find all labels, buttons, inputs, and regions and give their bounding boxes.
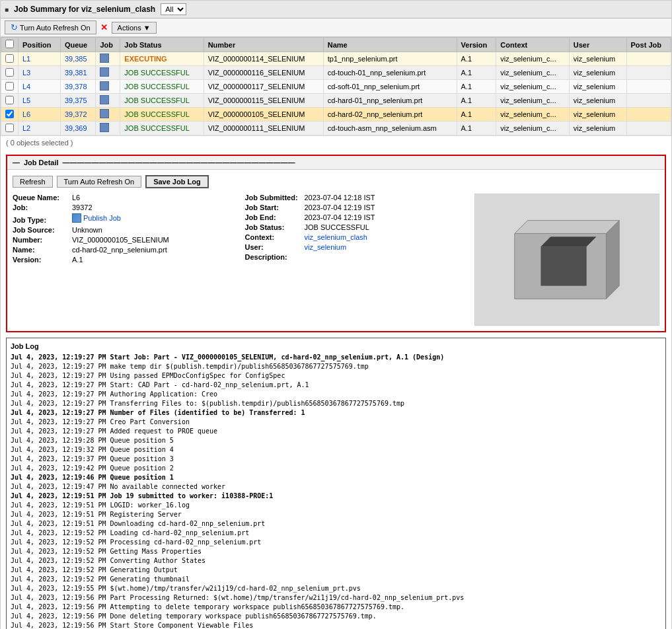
refresh-button[interactable]: ↻ Turn Auto Refresh On bbox=[5, 20, 96, 34]
job-type-icon bbox=[100, 123, 109, 132]
table-row[interactable]: L2 39,369 JOB SUCCESSFUL VIZ_0000000111_… bbox=[1, 122, 671, 135]
header-bar: ■ Job Summary for viz_selenium_clash All bbox=[1, 1, 671, 18]
log-line: Jul 4, 2023, 12:19:42 PM Queue position … bbox=[11, 464, 661, 473]
row-postjob bbox=[626, 94, 671, 108]
save-job-log-button[interactable]: Save Job Log bbox=[145, 175, 209, 188]
row-checkbox[interactable] bbox=[5, 54, 14, 63]
row-status: EXECUTING bbox=[120, 52, 204, 66]
row-checkbox[interactable] bbox=[5, 96, 14, 104]
row-name: cd-touch-asm_nnp_selenium.asm bbox=[323, 122, 457, 135]
name-value: cd-hard-02_nnp_selenium.prt bbox=[72, 246, 167, 254]
log-line: Jul 4, 2023, 12:19:52 PM Getting Mass Pr… bbox=[11, 547, 661, 556]
log-line: Jul 4, 2023, 12:19:52 PM Loading cd-hard… bbox=[11, 529, 661, 538]
th-queue: Queue bbox=[60, 38, 96, 52]
job-thumbnail bbox=[474, 194, 659, 326]
user-value[interactable]: viz_selenium bbox=[305, 243, 347, 251]
main-container: ■ Job Summary for viz_selenium_clash All… bbox=[0, 0, 672, 629]
row-queue: 39,385 bbox=[60, 52, 96, 66]
svg-marker-2 bbox=[515, 221, 619, 234]
row-position: L2 bbox=[19, 122, 61, 135]
log-line: Jul 4, 2023, 12:19:46 PM Queue position … bbox=[11, 473, 661, 482]
row-checkbox[interactable] bbox=[5, 82, 14, 91]
number-value: VIZ_0000000105_SELENIUM bbox=[72, 236, 169, 244]
context-value[interactable]: viz_selenium_clash bbox=[305, 233, 367, 241]
log-line: Jul 4, 2023, 12:19:56 PM Attempting to d… bbox=[11, 603, 661, 612]
submitted-value: 2023-07-04 12:18 IST bbox=[305, 194, 375, 202]
field-context: Context: viz_selenium_clash bbox=[245, 233, 465, 241]
table-row[interactable]: L4 39,378 JOB SUCCESSFUL VIZ_0000000117_… bbox=[1, 80, 671, 94]
row-status: JOB SUCCESSFUL bbox=[120, 94, 204, 108]
row-queue: 39,375 bbox=[60, 94, 96, 108]
table-row[interactable]: L1 39,385 EXECUTING VIZ_0000000114_SELEN… bbox=[1, 52, 671, 66]
filter-dropdown[interactable]: All bbox=[161, 3, 186, 15]
select-all-checkbox[interactable] bbox=[5, 40, 14, 48]
log-line: Jul 4, 2023, 12:19:56 PM Start Store Com… bbox=[11, 621, 661, 629]
row-queue: 39,369 bbox=[60, 122, 96, 135]
field-submitted: Job Submitted: 2023-07-04 12:18 IST bbox=[245, 194, 465, 202]
row-job-icon-cell bbox=[96, 122, 120, 135]
row-checkbox-cell[interactable] bbox=[1, 122, 19, 135]
row-user: viz_selenium bbox=[569, 122, 626, 135]
publish-job-icon bbox=[72, 213, 81, 223]
actions-button[interactable]: Actions ▼ bbox=[112, 22, 157, 34]
log-line: Jul 4, 2023, 12:19:56 PM Part Processing… bbox=[11, 593, 661, 603]
row-checkbox-cell[interactable] bbox=[1, 94, 19, 108]
table-row[interactable]: L5 39,375 JOB SUCCESSFUL VIZ_0000000115_… bbox=[1, 94, 671, 108]
row-checkbox[interactable] bbox=[5, 68, 14, 77]
description-label: Description: bbox=[245, 253, 305, 261]
context-label: Context: bbox=[245, 233, 305, 241]
row-checkbox-cell[interactable] bbox=[1, 80, 19, 94]
table-row[interactable]: L3 39,381 JOB SUCCESSFUL VIZ_0000000116_… bbox=[1, 66, 671, 80]
log-line: Jul 4, 2023, 12:19:27 PM Creo Part Conve… bbox=[11, 418, 661, 427]
row-checkbox-cell[interactable] bbox=[1, 66, 19, 80]
job-table: Position Queue Job Job Status Number Nam… bbox=[1, 37, 671, 135]
th-user: User bbox=[569, 38, 626, 52]
row-number: VIZ_0000000116_SELENIUM bbox=[204, 66, 323, 80]
log-line: Jul 4, 2023, 12:19:51 PM Job 19 submitte… bbox=[11, 492, 661, 501]
field-version: Version: A.1 bbox=[13, 256, 232, 264]
detail-refresh-button[interactable]: Refresh bbox=[13, 176, 53, 188]
field-job-source: Job Source: Unknown bbox=[13, 226, 232, 234]
row-checkbox[interactable] bbox=[5, 110, 14, 118]
row-job-icon-cell bbox=[96, 52, 120, 66]
job-detail-body: Refresh Turn Auto Refresh On Save Job Lo… bbox=[7, 170, 665, 331]
version-label: Version: bbox=[13, 256, 72, 264]
row-number: VIZ_0000000111_SELENIUM bbox=[204, 122, 323, 135]
row-checkbox-cell[interactable] bbox=[1, 108, 19, 122]
log-line: Jul 4, 2023, 12:19:27 PM Added request t… bbox=[11, 427, 661, 436]
table-row[interactable]: L6 39,372 JOB SUCCESSFUL VIZ_0000000105_… bbox=[1, 108, 671, 122]
actions-chevron-icon: ▼ bbox=[143, 24, 151, 32]
row-position: L3 bbox=[19, 66, 61, 80]
row-checkbox[interactable] bbox=[5, 124, 14, 132]
row-position: L4 bbox=[19, 80, 61, 94]
close-icon[interactable]: ✕ bbox=[100, 22, 108, 32]
detail-col-left: Queue Name: L6 Job: 39372 Job Type: bbox=[13, 194, 232, 266]
job-source-value: Unknown bbox=[72, 226, 102, 234]
job-log-content: Jul 4, 2023, 12:19:27 PM Start Job: Part… bbox=[11, 353, 661, 629]
row-position: L5 bbox=[19, 94, 61, 108]
detail-fields: Queue Name: L6 Job: 39372 Job Type: bbox=[13, 194, 464, 326]
th-version: Version bbox=[457, 38, 496, 52]
queue-name-label: Queue Name: bbox=[13, 194, 72, 202]
start-label: Job Start: bbox=[245, 204, 305, 211]
job-status-value: JOB SUCCESSFUL bbox=[305, 223, 369, 231]
field-job: Job: 39372 bbox=[13, 204, 232, 211]
row-number: VIZ_0000000114_SELENIUM bbox=[204, 52, 323, 66]
th-position: Position bbox=[19, 38, 61, 52]
collapse-detail-icon[interactable]: — bbox=[13, 159, 20, 166]
detail-auto-refresh-button[interactable]: Turn Auto Refresh On bbox=[57, 176, 142, 188]
log-line: Jul 4, 2023, 12:19:28 PM Queue position … bbox=[11, 436, 661, 445]
row-postjob bbox=[626, 66, 671, 80]
row-checkbox-cell[interactable] bbox=[1, 52, 19, 66]
publish-job-value[interactable]: Publish Job bbox=[72, 213, 121, 223]
row-status: JOB SUCCESSFUL bbox=[120, 108, 204, 122]
log-line: Jul 4, 2023, 12:19:27 PM Start Job: Part… bbox=[11, 353, 661, 362]
row-name: tp1_nnp_selenium.prt bbox=[323, 52, 457, 66]
field-description: Description: bbox=[245, 253, 465, 261]
row-name: cd-hard-02_nnp_selenium.prt bbox=[323, 108, 457, 122]
row-name: cd-hard-01_nnp_selenium.prt bbox=[323, 94, 457, 108]
job-label: Job: bbox=[13, 204, 72, 211]
collapse-icon[interactable]: ■ bbox=[5, 6, 9, 13]
log-line: Jul 4, 2023, 12:19:37 PM Queue position … bbox=[11, 455, 661, 464]
th-checkbox[interactable] bbox=[1, 38, 19, 52]
